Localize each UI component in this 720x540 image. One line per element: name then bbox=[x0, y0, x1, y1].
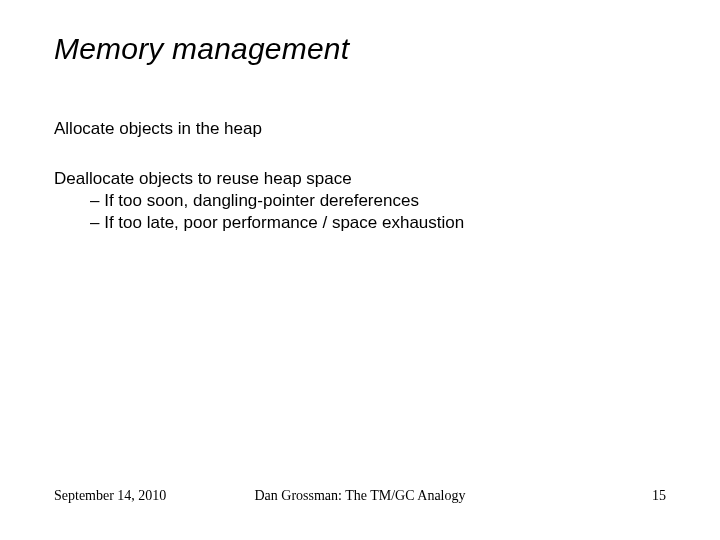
footer-page-number: 15 bbox=[652, 488, 666, 504]
slide-title: Memory management bbox=[54, 32, 349, 66]
slide: Memory management Allocate objects in th… bbox=[0, 0, 720, 540]
bullet-too-soon-text: If too soon, dangling-pointer dereferenc… bbox=[104, 191, 419, 210]
paragraph-allocate: Allocate objects in the heap bbox=[54, 118, 666, 140]
paragraph-deallocate: Deallocate objects to reuse heap space I… bbox=[54, 168, 666, 234]
bullet-too-late-text: If too late, poor performance / space ex… bbox=[104, 213, 464, 232]
bullet-too-late: If too late, poor performance / space ex… bbox=[54, 212, 666, 234]
footer-date: September 14, 2010 bbox=[54, 488, 166, 504]
slide-body: Allocate objects in the heap Deallocate … bbox=[54, 118, 666, 234]
slide-footer: September 14, 2010 Dan Grossman: The TM/… bbox=[54, 488, 666, 504]
deallocate-line: Deallocate objects to reuse heap space bbox=[54, 168, 666, 190]
bullet-too-soon: If too soon, dangling-pointer dereferenc… bbox=[54, 190, 666, 212]
